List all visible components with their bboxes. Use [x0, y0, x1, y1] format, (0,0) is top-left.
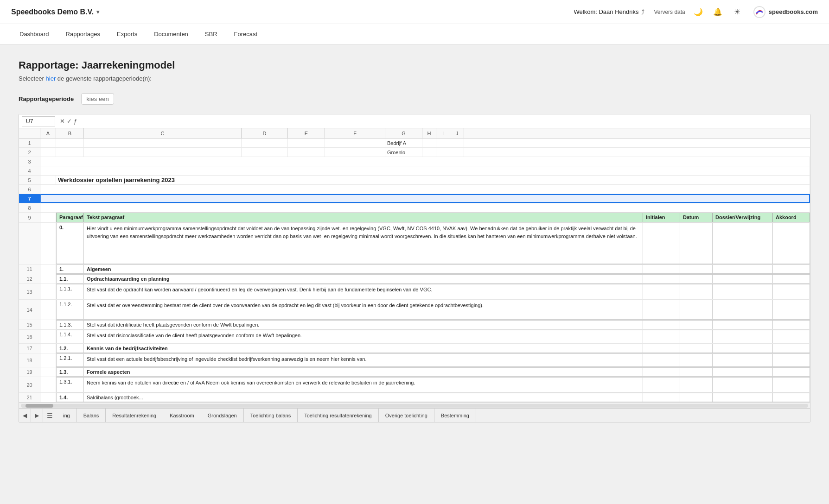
brand-chevron[interactable]: ▾ — [96, 9, 99, 15]
cell-3-all[interactable] — [40, 157, 810, 166]
cell-21-a[interactable] — [40, 393, 56, 402]
sheet-tab-ing[interactable]: ing — [57, 409, 77, 422]
td-p-13[interactable]: 1.1.1. — [56, 284, 84, 299]
cell-2-h[interactable] — [422, 148, 436, 157]
cell-20-a[interactable] — [40, 377, 56, 392]
sheet-tab-bestemming[interactable]: Bestemming — [434, 409, 476, 422]
cell-2-b[interactable] — [56, 148, 84, 157]
sheet-tab-next[interactable]: ▶ — [31, 409, 43, 422]
nav-item-documenten[interactable]: Documenten — [146, 24, 197, 44]
confirm-formula-icon[interactable]: ✓ — [67, 118, 72, 125]
cell-2-e[interactable] — [288, 148, 325, 157]
cell-1-e[interactable] — [288, 139, 325, 147]
sheet-tab-menu[interactable]: ☰ — [43, 409, 57, 422]
td-t-16[interactable]: Stel vast dat risicoclassificatie van de… — [84, 330, 643, 343]
h-scroll-track[interactable] — [21, 404, 808, 408]
cell-0-a[interactable] — [40, 223, 56, 264]
col-header-j[interactable]: J — [450, 128, 464, 138]
col-header-b[interactable]: B — [56, 128, 84, 138]
td-t-12[interactable]: Opdrachtaanvaarding en planning — [84, 274, 643, 284]
cell-2-d[interactable] — [242, 148, 288, 157]
refresh-icon[interactable]: 🌙 — [692, 6, 705, 19]
col-header-a[interactable]: A — [40, 128, 56, 138]
td-i-11[interactable] — [643, 265, 680, 274]
td-p-21[interactable]: 1.4. — [56, 393, 84, 402]
sheet-tab-toelichting-resultaten[interactable]: Toelichting resultatenrekening — [298, 409, 379, 422]
td-p-19[interactable]: 1.3. — [56, 367, 84, 377]
td-t-15[interactable]: Stel vast dat identificatie heeft plaats… — [84, 320, 643, 329]
cell-1-j[interactable] — [450, 139, 464, 147]
cell-1-i[interactable] — [436, 139, 450, 147]
cell-9-a[interactable] — [40, 213, 56, 222]
td-p-17[interactable]: 1.2. — [56, 344, 84, 353]
cell-12-a[interactable] — [40, 274, 56, 284]
td-dossier-0[interactable] — [713, 223, 773, 264]
theme-icon[interactable]: ☀ — [731, 6, 744, 19]
cell-17-a[interactable] — [40, 344, 56, 353]
cell-1-h[interactable] — [422, 139, 436, 147]
td-initialen-0[interactable] — [643, 223, 680, 264]
td-p-11[interactable]: 1. — [56, 265, 84, 274]
cell-18-a[interactable] — [40, 353, 56, 367]
cell-1-d[interactable] — [242, 139, 288, 147]
td-datum-0[interactable] — [680, 223, 713, 264]
cancel-formula-icon[interactable]: ✕ — [60, 118, 65, 125]
td-a-11[interactable] — [773, 265, 810, 274]
cell-2-j[interactable] — [450, 148, 464, 157]
col-header-d[interactable]: D — [242, 128, 288, 138]
cell-8-all[interactable] — [40, 203, 810, 212]
sheet-tab-prev[interactable]: ◀ — [19, 409, 31, 422]
col-header-f[interactable]: F — [325, 128, 385, 138]
nav-item-exports[interactable]: Exports — [108, 24, 146, 44]
cell-2-f[interactable] — [325, 148, 385, 157]
td-akkoord-0[interactable] — [773, 223, 810, 264]
td-tekst-0[interactable]: Hier vindt u een minimumwerkprogramma sa… — [84, 223, 643, 264]
td-t-13[interactable]: Stel vast dat de opdracht kan worden aan… — [84, 284, 643, 299]
formula-input[interactable] — [82, 118, 807, 125]
cell-11-a[interactable] — [40, 265, 56, 274]
sheet-tab-overige-toelichting[interactable]: Overige toelichting — [379, 409, 434, 422]
nav-item-rapportages[interactable]: Rapportages — [57, 24, 108, 44]
brand[interactable]: Speedbooks Demo B.V. ▾ — [11, 8, 99, 16]
nav-item-dashboard[interactable]: Dashboard — [11, 24, 57, 44]
td-p-18[interactable]: 1.2.1. — [56, 353, 84, 367]
td-t-20[interactable]: Neem kennis van de notulen van directie … — [84, 377, 643, 392]
cell-6-all[interactable] — [40, 185, 810, 194]
cell-2-a[interactable] — [40, 148, 56, 157]
cell-1-c[interactable] — [84, 139, 242, 147]
td-t-18[interactable]: Stel vast dat een actuele bedrijfsbeschr… — [84, 353, 643, 367]
col-header-c[interactable]: C — [84, 128, 242, 138]
td-paragraaf-0[interactable]: 0. — [56, 223, 84, 264]
cell-5-title[interactable]: Werkdossier opstellen jaarrekening 2023 — [56, 176, 810, 184]
col-header-i[interactable]: I — [436, 128, 450, 138]
h-scrollbar[interactable] — [19, 403, 810, 408]
cell-5-a[interactable] — [40, 176, 56, 184]
td-d-11[interactable] — [680, 265, 713, 274]
cell-ref-box[interactable]: U7 — [22, 116, 55, 126]
td-p-12[interactable]: 1.1. — [56, 274, 84, 284]
insert-function-icon[interactable]: ƒ — [74, 118, 77, 125]
period-select[interactable]: kies een — [81, 93, 114, 105]
cell-13-a[interactable] — [40, 284, 56, 299]
cell-15-a[interactable] — [40, 320, 56, 329]
cell-1-b[interactable] — [56, 139, 84, 147]
col-header-g[interactable]: G — [385, 128, 422, 138]
td-p-20[interactable]: 1.3.1. — [56, 377, 84, 392]
cell-2-i[interactable] — [436, 148, 450, 157]
td-t-21[interactable]: Saldibalans (grootboek... — [84, 393, 643, 402]
cell-1-g[interactable]: Bedrijf A — [385, 139, 422, 147]
nav-item-sbr[interactable]: SBR — [197, 24, 226, 44]
cell-14-a[interactable] — [40, 300, 56, 320]
col-header-h[interactable]: H — [422, 128, 436, 138]
nav-item-forecast[interactable]: Forecast — [226, 24, 266, 44]
notification-icon[interactable]: 🔔 — [711, 6, 724, 19]
td-t-17[interactable]: Kennis van de bedrijfsactiviteiten — [84, 344, 643, 353]
cell-16-a[interactable] — [40, 330, 56, 343]
cell-7-selected[interactable] — [40, 194, 810, 203]
h-scroll-thumb[interactable] — [26, 404, 53, 408]
cell-1-f[interactable] — [325, 139, 385, 147]
sheet-tab-toelichting-balans[interactable]: Toelichting balans — [244, 409, 298, 422]
sheet-tab-resultatenrekening[interactable]: Resultatenrekening — [106, 409, 163, 422]
cell-19-a[interactable] — [40, 367, 56, 377]
td-t-14[interactable]: Stel vast dat er overeenstemming bestaat… — [84, 300, 643, 320]
